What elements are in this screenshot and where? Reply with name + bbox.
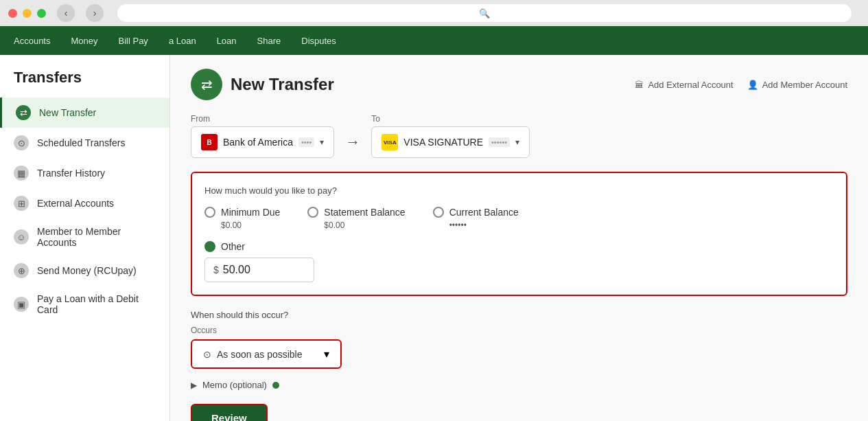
sidebar-label-history: Transfer History: [37, 168, 105, 179]
from-group: From B Bank of America •••• ▾: [191, 114, 334, 158]
other-radio[interactable]: [204, 241, 215, 252]
maximize-button[interactable]: [37, 9, 46, 18]
nav-money[interactable]: Money: [71, 36, 97, 46]
minimum-due-radio[interactable]: [204, 207, 215, 218]
nav-accounts[interactable]: Accounts: [14, 36, 50, 46]
title-bar: ‹ › 🔍: [0, 0, 868, 26]
to-account-num: ••••••: [489, 137, 510, 147]
statement-balance-label[interactable]: Statement Balance: [307, 207, 405, 218]
other-label-row[interactable]: Other: [204, 241, 834, 252]
from-to-row: From B Bank of America •••• ▾ → To VISA …: [191, 114, 847, 158]
current-balance-radio[interactable]: [433, 207, 444, 218]
building-icon: ⊞: [14, 196, 29, 211]
content-area: ⇄ New Transfer 🏛 Add External Account 👤 …: [170, 55, 868, 421]
from-label: From: [191, 114, 334, 124]
calendar-icon: ▦: [14, 166, 29, 181]
member-account-icon: 👤: [747, 80, 758, 90]
minimize-button[interactable]: [23, 9, 32, 18]
transfer-arrow-icon: →: [345, 133, 360, 158]
nav-aloan[interactable]: a Loan: [169, 36, 196, 46]
sidebar-item-rcupay[interactable]: ⊕ Send Money (RCUpay): [0, 255, 169, 286]
statement-balance-radio[interactable]: [307, 207, 318, 218]
sidebar-item-history[interactable]: ▦ Transfer History: [0, 158, 169, 188]
current-balance-option[interactable]: Current Balance ••••••: [433, 207, 519, 230]
add-member-button[interactable]: 👤 Add Member Account: [747, 80, 847, 90]
bank-of-america-icon: B: [201, 134, 218, 150]
occurs-dropdown[interactable]: ⊙ As soon as possible ▾: [191, 339, 342, 369]
add-external-button[interactable]: 🏛 Add External Account: [635, 80, 733, 90]
from-account-selector[interactable]: B Bank of America •••• ▾: [191, 126, 334, 158]
person-icon: ☺: [14, 229, 29, 244]
minimum-due-amount: $0.00: [221, 220, 280, 230]
from-account-num: ••••: [298, 137, 314, 147]
nav-loan[interactable]: Loan: [217, 36, 237, 46]
forward-button[interactable]: ›: [86, 4, 104, 22]
sidebar-item-new-transfer[interactable]: ⇄ New Transfer: [0, 98, 169, 128]
memo-label: Memo (optional): [202, 380, 267, 390]
occurs-chevron-icon: ▾: [324, 348, 329, 361]
to-label: To: [371, 114, 530, 124]
minimum-due-label[interactable]: Minimum Due: [204, 207, 280, 218]
to-account-name: VISA SIGNATURE: [403, 137, 483, 148]
sidebar-label-new-transfer: New Transfer: [39, 107, 96, 118]
schedule-section: When should this occur? Occurs ⊙ As soon…: [191, 310, 847, 369]
payment-options-row: Minimum Due $0.00 Statement Balance $0.0…: [204, 207, 834, 230]
sidebar-item-external[interactable]: ⊞ External Accounts: [0, 188, 169, 218]
close-button[interactable]: [8, 9, 17, 18]
visa-icon: VISA: [382, 134, 398, 150]
external-account-icon: 🏛: [635, 80, 644, 90]
sidebar: Transfers ⇄ New Transfer ⊙ Scheduled Tra…: [0, 55, 170, 421]
amount-input[interactable]: [223, 264, 292, 276]
address-bar[interactable]: 🔍: [117, 4, 852, 22]
sidebar-label-scheduled: Scheduled Transfers: [37, 137, 125, 148]
other-option[interactable]: Other $: [204, 241, 834, 282]
schedule-question: When should this occur?: [191, 310, 847, 320]
sidebar-label-debit: Pay a Loan with a Debit Card: [37, 293, 156, 315]
to-group: To VISA VISA SIGNATURE •••••• ▾: [371, 114, 530, 158]
memo-row[interactable]: ▶ Memo (optional): [191, 380, 847, 390]
payment-question: How much would you like to pay?: [204, 185, 834, 196]
memo-arrow-icon: ▶: [191, 380, 197, 390]
page-header: ⇄ New Transfer 🏛 Add External Account 👤 …: [191, 69, 847, 100]
from-account-name: Bank of America: [223, 137, 293, 148]
nav-disputes[interactable]: Disputes: [301, 36, 336, 46]
sidebar-label-external: External Accounts: [37, 198, 114, 209]
main-layout: Transfers ⇄ New Transfer ⊙ Scheduled Tra…: [0, 55, 868, 421]
current-balance-label[interactable]: Current Balance: [433, 207, 519, 218]
transfer-icon: ⇄: [16, 105, 31, 120]
card-icon: ▣: [14, 297, 29, 312]
payment-options-box: How much would you like to pay? Minimum …: [191, 172, 847, 296]
header-actions: 🏛 Add External Account 👤 Add Member Acco…: [635, 80, 847, 90]
sidebar-title: Transfers: [0, 69, 169, 98]
sidebar-item-member[interactable]: ☺ Member to Member Accounts: [0, 218, 169, 255]
sidebar-label-member: Member to Member Accounts: [37, 226, 156, 248]
amount-input-wrapper[interactable]: $: [204, 258, 314, 282]
occurs-label: Occurs: [191, 326, 847, 335]
to-account-selector[interactable]: VISA VISA SIGNATURE •••••• ▾: [371, 126, 530, 158]
statement-balance-amount: $0.00: [324, 220, 405, 230]
current-balance-amount: ••••••: [449, 220, 519, 230]
search-icon: 🔍: [479, 8, 490, 19]
clock-small-icon: ⊙: [203, 349, 211, 360]
occurs-value: As soon as possible: [217, 349, 318, 360]
dollar-sign: $: [213, 264, 219, 275]
nav-billpay[interactable]: Bill Pay: [119, 36, 148, 46]
review-button[interactable]: Review: [191, 404, 268, 421]
from-chevron-icon: ▾: [320, 137, 324, 147]
statement-balance-option[interactable]: Statement Balance $0.00: [307, 207, 405, 230]
minimum-due-option[interactable]: Minimum Due $0.00: [204, 207, 280, 230]
send-icon: ⊕: [14, 263, 29, 278]
nav-share[interactable]: Share: [257, 36, 281, 46]
new-transfer-icon: ⇄: [191, 69, 222, 100]
clock-icon: ⊙: [14, 135, 29, 150]
page-title: New Transfer: [231, 75, 334, 94]
nav-bar: Accounts Money Bill Pay a Loan Loan Shar…: [0, 26, 868, 55]
memo-dot: [272, 382, 279, 389]
page-title-area: ⇄ New Transfer: [191, 69, 334, 100]
sidebar-item-scheduled[interactable]: ⊙ Scheduled Transfers: [0, 128, 169, 158]
back-button[interactable]: ‹: [57, 4, 75, 22]
sidebar-item-debit[interactable]: ▣ Pay a Loan with a Debit Card: [0, 286, 169, 323]
sidebar-label-rcupay: Send Money (RCUpay): [37, 265, 137, 276]
to-chevron-icon: ▾: [515, 137, 519, 147]
